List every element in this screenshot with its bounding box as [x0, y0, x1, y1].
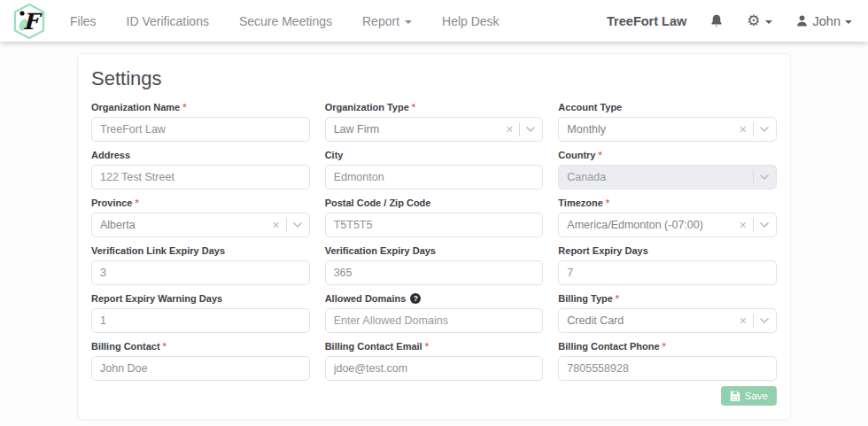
clear-x-icon[interactable]: × [740, 123, 747, 136]
save-button[interactable]: Save [721, 386, 777, 406]
treefort-logo-icon: F [12, 3, 47, 40]
billing-contact-input[interactable] [91, 356, 310, 381]
timezone-select[interactable]: America/Edmonton (-07:00)× [558, 213, 777, 237]
nav-item-label: Report [362, 14, 399, 28]
brand-logo[interactable]: F [12, 3, 47, 40]
nav-item-report[interactable]: Report [362, 14, 412, 28]
required-asterisk: * [135, 198, 138, 208]
select-divider [519, 122, 520, 136]
gear-icon: ⚙ [747, 13, 760, 28]
caret-down-icon [845, 20, 852, 24]
organization-name-input[interactable] [91, 117, 310, 142]
address-label: Address [91, 150, 310, 160]
field-label-text: City [325, 150, 344, 160]
timezone-label: Timezone* [558, 198, 777, 208]
verification-expiry-days-input[interactable] [325, 260, 544, 285]
select-divider [286, 218, 287, 232]
field-label-text: Country [558, 150, 595, 160]
billing-contact-label: Billing Contact* [91, 341, 310, 352]
select-controls: × [506, 122, 535, 136]
allowed-domains-label: Allowed Domains? [325, 293, 544, 304]
nav-item-label: Help Desk [442, 14, 500, 28]
province-select[interactable]: Alberta× [91, 213, 310, 237]
report-expiry-days-input[interactable] [558, 260, 777, 285]
province-selected-value: Alberta [100, 219, 272, 231]
field-billing-contact: Billing Contact* [91, 341, 310, 381]
country-label: Country* [558, 150, 777, 160]
field-label-text: Billing Contact Phone [558, 341, 659, 352]
organization-type-select[interactable]: Law Firm× [325, 117, 544, 142]
address-input[interactable] [91, 165, 310, 190]
postal-code-input[interactable] [325, 213, 544, 237]
user-menu-button[interactable]: John [795, 14, 852, 28]
field-country: Country*Canada [558, 150, 777, 190]
settings-menu-button[interactable]: ⚙ [747, 13, 771, 28]
clear-x-icon[interactable]: × [740, 219, 747, 231]
clear-x-icon[interactable]: × [506, 123, 513, 136]
province-label: Province* [91, 198, 310, 208]
report-expiry-days-label: Report Expiry Days [558, 245, 777, 256]
account-type-select[interactable]: Monthly× [558, 117, 777, 142]
org-name: TreeFort Law [607, 14, 686, 28]
save-row: Save [91, 386, 777, 406]
select-controls: × [740, 314, 769, 328]
field-address: Address [91, 150, 310, 190]
organization-name-label: Organization Name* [91, 102, 310, 112]
nav-item-id-verifications[interactable]: ID Verifications [127, 14, 209, 28]
field-verification-link-expiry-days: Verification Link Expiry Days [91, 245, 310, 285]
field-city: City [325, 150, 544, 190]
field-label-text: Address [91, 150, 130, 160]
save-icon [730, 391, 740, 401]
verification-expiry-days-label: Verification Expiry Days [325, 245, 544, 256]
billing-type-select[interactable]: Credit Card× [558, 308, 777, 333]
field-timezone: Timezone*America/Edmonton (-07:00)× [558, 198, 777, 237]
account-type-label: Account Type [558, 102, 777, 112]
field-label-text: Verification Link Expiry Days [91, 245, 225, 256]
select-divider [753, 314, 754, 328]
select-controls [753, 170, 769, 184]
chevron-down-icon[interactable] [760, 318, 769, 323]
field-account-type: Account TypeMonthly× [558, 102, 777, 142]
field-label-text: Organization Type [325, 102, 409, 112]
report-expiry-warning-days-input[interactable] [91, 308, 310, 333]
field-label-text: Postal Code / Zip Code [325, 198, 431, 208]
select-divider [753, 122, 754, 136]
field-label-text: Verification Expiry Days [325, 245, 436, 256]
billing-type-selected-value: Credit Card [567, 314, 739, 327]
chevron-down-icon[interactable] [760, 222, 769, 228]
nav-item-help-desk[interactable]: Help Desk [442, 14, 500, 28]
nav-item-label: Secure Meetings [239, 14, 332, 28]
nav-item-secure-meetings[interactable]: Secure Meetings [239, 14, 332, 28]
chevron-down-icon[interactable] [526, 127, 535, 132]
required-asterisk: * [606, 198, 609, 208]
organization-type-label: Organization Type* [325, 102, 544, 112]
field-label-text: Timezone [558, 198, 603, 208]
billing-contact-email-input[interactable] [325, 356, 544, 381]
verification-link-expiry-days-input[interactable] [91, 260, 310, 285]
field-label-text: Province [91, 198, 132, 208]
allowed-domains-input[interactable] [325, 308, 544, 333]
clear-x-icon[interactable]: × [740, 314, 747, 327]
nav-right: TreeFort Law ⚙ John [607, 13, 852, 28]
clear-x-icon[interactable]: × [272, 219, 279, 231]
billing-contact-phone-input[interactable] [558, 356, 777, 381]
bell-icon [709, 13, 724, 28]
settings-card: Settings Organization Name*Organization … [77, 53, 791, 420]
select-controls: × [272, 218, 301, 232]
chevron-down-icon[interactable] [293, 222, 302, 228]
chevron-down-icon[interactable] [760, 174, 769, 180]
help-icon[interactable]: ? [410, 293, 421, 304]
country-select: Canada [558, 165, 777, 190]
postal-code-label: Postal Code / Zip Code [325, 198, 544, 208]
account-type-selected-value: Monthly [567, 123, 739, 136]
select-divider [753, 218, 754, 232]
city-input[interactable] [325, 165, 544, 190]
notifications-button[interactable] [709, 13, 724, 28]
required-asterisk: * [182, 102, 186, 112]
chevron-down-icon[interactable] [760, 127, 769, 132]
field-organization-type: Organization Type*Law Firm× [325, 102, 544, 142]
nav-item-files[interactable]: Files [70, 14, 97, 28]
field-billing-type: Billing Type*Credit Card× [558, 293, 777, 333]
user-icon [795, 14, 809, 27]
field-allowed-domains: Allowed Domains? [325, 293, 544, 333]
